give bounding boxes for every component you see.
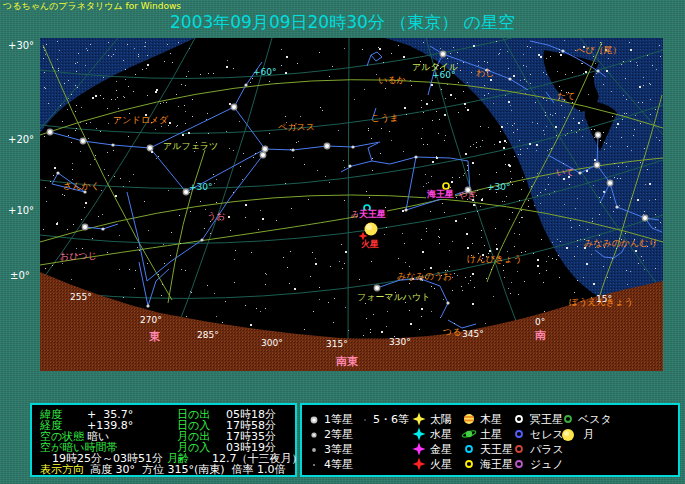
legend-label: ベスタ — [578, 414, 612, 425]
mag3-dot-icon — [306, 442, 322, 458]
azimuth-label: 345° — [462, 330, 484, 339]
juno-icon — [511, 456, 527, 472]
legend-label: 木星 — [480, 414, 502, 425]
neptune-icon — [461, 456, 477, 472]
legend-label: 冥王星 — [530, 414, 563, 425]
declination-label: +60° — [432, 71, 456, 80]
azimuth-label: 285° — [197, 331, 219, 340]
planet-name-label: 天王星 — [358, 210, 387, 219]
venus-icon — [411, 441, 427, 457]
mag2-dot-icon — [306, 427, 322, 443]
constellation-label: みなみのうお — [397, 272, 452, 281]
zodiac-constellation-label: いて — [556, 168, 574, 177]
sun-icon — [411, 411, 427, 427]
saturn-icon — [461, 426, 477, 442]
legend-label: ジュノ — [530, 459, 564, 470]
mag1-dot-icon — [306, 412, 322, 428]
mercury-icon — [411, 426, 427, 442]
constellation-label: つる — [443, 328, 461, 337]
pluto-icon — [511, 411, 527, 427]
info-panel-text: 表示方向 — [40, 464, 84, 475]
altitude-label: +20° — [8, 135, 34, 145]
azimuth-label: 15° — [596, 295, 612, 304]
azimuth-label: 270° — [140, 316, 162, 325]
legend-label: セレス — [530, 429, 564, 440]
planet-name-label: 火星 — [361, 240, 379, 249]
zodiac-constellation-label: やぎ — [458, 191, 476, 200]
zodiac-constellation-label: うお — [207, 212, 225, 221]
constellation-label: わし — [476, 69, 494, 78]
constellation-label: みなみのかんむり — [584, 239, 658, 248]
mag4-dot-icon — [306, 457, 322, 473]
legend-label: パラス — [530, 444, 564, 455]
legend-label: 5・6等 — [373, 414, 409, 425]
constellation-label: アンドロメダ — [113, 116, 168, 125]
declination-label: +30° — [189, 183, 213, 192]
direction-label: 南東 — [336, 356, 358, 367]
legend-label: 4等星 — [324, 459, 353, 470]
azimuth-label: 330° — [389, 338, 411, 347]
legend-label: 火星 — [430, 459, 452, 470]
constellation-label: へび（尾） — [576, 46, 621, 55]
chart-label-layer: うおおひつじみずがめやぎいてアンドロメダペガススさんかくいるかこうまわしへび（尾… — [40, 38, 663, 371]
constellation-label: さんかく — [63, 182, 100, 191]
declination-label: +60° — [253, 68, 277, 77]
planetarium-window: { "window": { "app_title": "つるちゃんのプラネタリウ… — [0, 0, 685, 484]
mag56-dot-icon — [357, 412, 373, 428]
constellation-label: いるか — [378, 76, 406, 85]
direction-label: 東 — [149, 331, 160, 342]
observation-info-panel: 緯度+ 35.7°日の出05時18分経度+139.8°日の入17時58分空の状態… — [30, 403, 297, 477]
legend-label: 海王星 — [480, 459, 513, 470]
azimuth-label: 255° — [70, 293, 92, 302]
constellation-label: ペガスス — [278, 123, 315, 132]
constellation-label: けんびきょう — [467, 255, 522, 264]
vesta-icon — [560, 411, 576, 427]
direction-label: 南 — [535, 330, 546, 341]
declination-label: +30° — [487, 183, 511, 192]
azimuth-label: 0° — [535, 318, 545, 327]
ceres-icon — [511, 426, 527, 442]
symbol-legend-panel: 1等星2等星3等星4等星5・6等太陽水星金星火星木星土星天王星海王星冥王星セレス… — [300, 403, 680, 477]
legend-label: 太陽 — [430, 414, 452, 425]
legend-label: 土星 — [480, 429, 502, 440]
constellation-label: たて — [557, 92, 575, 101]
uranus-icon — [461, 441, 477, 457]
chart-title: 2003年09月09日20時30分 （東京） の星空 — [0, 12, 685, 32]
legend-label: 天王星 — [480, 444, 513, 455]
star-name-label: フォーマルハウト — [357, 293, 430, 302]
zodiac-constellation-label: おひつじ — [60, 252, 97, 261]
legend-label: 1等星 — [324, 414, 353, 425]
star-name-label: アルフェラツ — [163, 142, 218, 151]
azimuth-label: 315° — [326, 340, 348, 349]
altitude-label: +30° — [8, 41, 34, 51]
moon-icon — [560, 427, 576, 443]
azimuth-label: 300° — [261, 339, 283, 348]
mars-icon — [411, 456, 427, 472]
window-title[interactable]: つるちゃんのプラネタリウム for Windows — [3, 1, 181, 12]
sky-chart[interactable]: うおおひつじみずがめやぎいてアンドロメダペガススさんかくいるかこうまわしへび（尾… — [40, 38, 663, 371]
legend-label: 3等星 — [324, 444, 353, 455]
pallas-icon — [511, 441, 527, 457]
info-panel-text: 高度 30° 方位 315°(南東) 倍率 1.0倍 — [90, 464, 286, 475]
planet-name-label: 海王星 — [426, 190, 455, 199]
legend-label: 月 — [583, 429, 594, 440]
jupiter-icon — [461, 411, 477, 427]
altitude-label: ±0° — [10, 271, 30, 281]
legend-label: 水星 — [430, 429, 452, 440]
legend-label: 金星 — [430, 444, 452, 455]
altitude-label: +10° — [8, 206, 34, 216]
legend-label: 2等星 — [324, 429, 353, 440]
constellation-label: こうま — [371, 114, 399, 123]
